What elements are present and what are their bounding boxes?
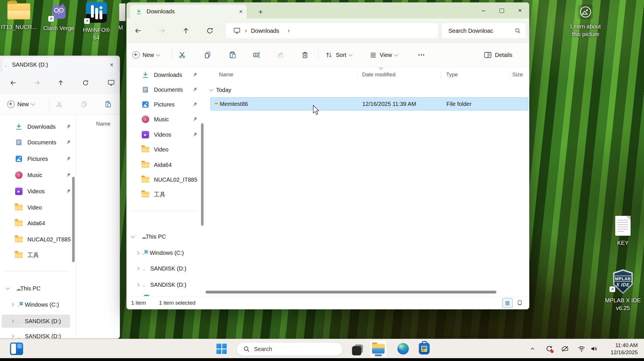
minimize-button[interactable]: – <box>474 3 493 19</box>
close-tab-icon[interactable]: × <box>239 9 243 15</box>
share-button[interactable] <box>277 51 285 59</box>
search-input[interactable]: Search Downloac <box>442 23 526 39</box>
sidebar-item-music[interactable]: ♪ Music <box>130 113 201 126</box>
sidebar-item-aida64[interactable]: Aida64 <box>3 217 75 230</box>
tree-item-this-pc[interactable]: This PC <box>129 230 199 243</box>
tree-item-sandisk-d-2[interactable]: SANDISK (D:) <box>129 278 199 291</box>
sidebar-item-pictures[interactable]: Pictures <box>130 98 201 111</box>
desktop-icon-label: Clash Verge <box>40 24 78 32</box>
tray-chevron-up[interactable] <box>527 344 538 354</box>
file-row-memtest86[interactable]: Memtest86 12/16/2025 11:39 AM File folde… <box>210 97 528 110</box>
file-explorer-taskbar-button[interactable] <box>370 340 387 357</box>
tray-volume-icon[interactable] <box>589 344 599 354</box>
desktop-icon-hwinfo[interactable]: HWiNFO® 64 <box>78 2 115 42</box>
new-tab-button[interactable]: + <box>255 7 266 17</box>
column-header-name[interactable]: Name <box>219 71 233 78</box>
taskbar-panel-app-icon[interactable] <box>10 342 23 356</box>
horizontal-scrollbar[interactable] <box>206 291 496 294</box>
taskbar-search[interactable]: Search <box>237 342 343 356</box>
taskbar-clock[interactable]: 11:40 AM 12/16/2025 <box>611 342 638 356</box>
paste-button[interactable] <box>104 100 112 108</box>
up-button[interactable] <box>180 24 192 37</box>
close-button[interactable]: × <box>511 3 529 19</box>
refresh-button[interactable] <box>204 24 216 37</box>
cut-button[interactable] <box>56 100 63 108</box>
sidebar-item-videos[interactable]: ▶ Videos <box>130 128 201 141</box>
details-view-toggle[interactable] <box>502 298 513 308</box>
tray-wifi-icon[interactable] <box>576 344 587 354</box>
sidebar-item-video[interactable]: Video <box>3 201 75 214</box>
tree-item-sandisk-d-2[interactable]: SANDISK (D:) <box>2 330 70 339</box>
screen-bottom-strip <box>0 358 644 361</box>
back-button[interactable] <box>7 77 19 89</box>
new-button[interactable]: New <box>7 100 34 108</box>
edge-taskbar-button[interactable] <box>396 342 410 356</box>
sidebar-item-documents[interactable]: Documents <box>130 83 201 96</box>
sidebar-item-tools[interactable]: 工具 <box>130 188 201 201</box>
desktop-icon-learn-about-picture[interactable]: Learn about this picture <box>563 5 608 38</box>
view-button[interactable]: View <box>369 51 397 59</box>
tree-item-sandisk-d[interactable]: SANDISK (D:) <box>129 262 199 275</box>
sidebar-item-video[interactable]: Video <box>130 143 201 156</box>
details-pane-button[interactable]: Details <box>483 51 512 59</box>
tree-item-this-pc[interactable]: This PC <box>3 282 71 295</box>
chevron-right-icon <box>10 335 14 338</box>
sidebar-item-music[interactable]: ♪ Music <box>3 169 75 182</box>
address-bar[interactable]: › Downloads › <box>225 23 438 39</box>
up-button[interactable] <box>54 77 67 89</box>
column-header-size[interactable]: Size <box>512 71 523 78</box>
tab-sandisk[interactable]: SANDISK (D:) × <box>2 58 117 72</box>
sort-button[interactable]: Sort <box>325 51 352 59</box>
tree-item-windows-c[interactable]: Windows (C:) <box>129 246 199 259</box>
command-toolbar: New <box>0 94 120 115</box>
paste-button[interactable] <box>229 51 237 59</box>
maximize-button[interactable] <box>493 3 511 19</box>
group-header-today[interactable]: Today <box>210 87 231 93</box>
desktop-icon-clash-verge[interactable]: Clash Verge <box>40 2 78 32</box>
sidebar-item-downloads[interactable]: Downloads <box>130 68 201 81</box>
tree-item-sandisk-d-selected[interactable]: SANDISK (D:) <box>2 315 70 328</box>
cut-button[interactable] <box>178 51 186 59</box>
sidebar-scrollbar[interactable] <box>72 177 75 262</box>
new-button[interactable]: New <box>132 51 159 59</box>
breadcrumb-downloads[interactable]: Downloads <box>251 28 279 34</box>
forward-button[interactable] <box>156 24 168 37</box>
desktop-icon-it13-folder[interactable]: IT13_NUCR... <box>0 3 38 31</box>
this-pc-breadcrumb-icon[interactable] <box>105 77 117 89</box>
forward-button[interactable] <box>31 77 43 89</box>
copy-button[interactable] <box>204 51 212 59</box>
back-button[interactable] <box>132 24 144 37</box>
tree-item-windows-c[interactable]: Windows (C:) <box>3 298 71 311</box>
sidebar-item-downloads[interactable]: Downloads <box>3 120 75 133</box>
selection-count: 1 item selected <box>159 300 196 306</box>
tab-bar: Downloads × + – × <box>127 3 529 19</box>
sidebar-scrollbar[interactable] <box>201 123 204 226</box>
sidebar-item-documents[interactable]: Documents <box>3 136 75 149</box>
column-header-type[interactable]: Type <box>446 71 458 78</box>
column-header-name[interactable]: Name <box>96 121 111 127</box>
thumbnail-view-toggle[interactable] <box>515 298 525 307</box>
store-taskbar-button[interactable] <box>417 342 431 356</box>
sidebar-item-pictures[interactable]: Pictures <box>3 152 75 165</box>
sidebar-item-videos[interactable]: ▶ Videos <box>3 185 75 198</box>
tray-onedrive-paused-icon[interactable] <box>560 344 570 354</box>
chevron-right-icon <box>136 283 139 287</box>
tab-downloads[interactable]: Downloads × <box>130 5 247 19</box>
close-tab-icon[interactable]: × <box>110 62 113 68</box>
more-options-button[interactable] <box>417 51 425 59</box>
column-header-date-modified[interactable]: Date modified <box>362 71 395 78</box>
start-button[interactable] <box>215 342 228 356</box>
sidebar-item-nucal02[interactable]: NUCAL02_IT885 <box>130 173 201 186</box>
copy-button[interactable] <box>80 100 88 108</box>
delete-button[interactable] <box>301 51 309 59</box>
sidebar-item-tools[interactable]: 工具 <box>3 249 75 262</box>
desktop-icon-partial[interactable]: M <box>116 3 125 32</box>
desktop-icon-mplab[interactable]: MPLAB X IDE MPLAB X IDE v6.25 <box>600 269 644 312</box>
tray-sync-icon[interactable] <box>544 344 554 354</box>
desktop-icon-key[interactable]: KEY <box>606 216 640 247</box>
sidebar-item-nucal02[interactable]: NUCAL02_IT885 <box>3 233 75 246</box>
sidebar-item-aida64[interactable]: Aida64 <box>130 158 201 171</box>
refresh-button[interactable] <box>79 77 92 89</box>
rename-button[interactable]: A <box>253 51 261 59</box>
task-view-button[interactable] <box>352 342 365 356</box>
